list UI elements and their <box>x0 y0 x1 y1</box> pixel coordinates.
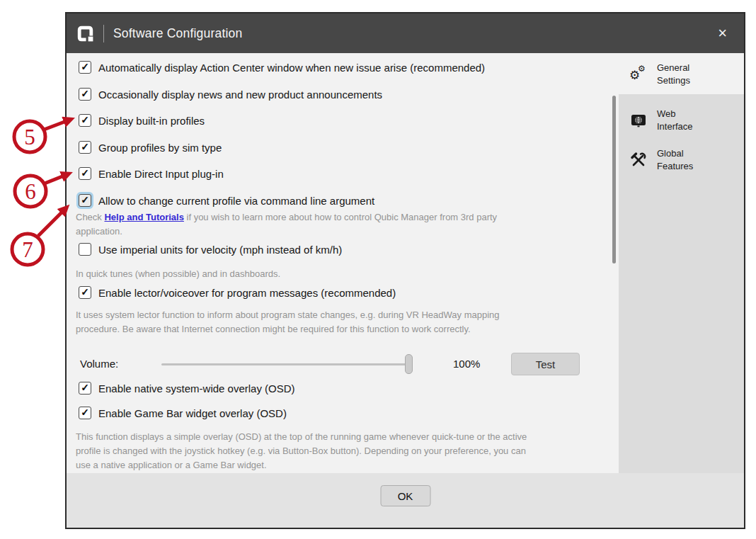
monitor-globe-icon <box>630 112 647 129</box>
option-row: ✓ Display built-in profiles <box>79 113 205 127</box>
sidebar-item-label: Web Interface <box>657 108 702 133</box>
title-separator <box>103 25 104 42</box>
option-label: Automatically display Action Center wind… <box>98 62 485 74</box>
volume-slider[interactable] <box>161 363 411 365</box>
volume-label: Volume: <box>80 358 118 370</box>
window-title: Software Configuration <box>113 26 242 41</box>
option-label: Enable native system-wide overlay (OSD) <box>98 382 295 395</box>
option-row: ✓ Automatically display Action Center wi… <box>79 60 485 74</box>
check-icon: ✓ <box>81 382 89 392</box>
callout-circle-5 <box>14 121 45 152</box>
volume-value: 100% <box>453 358 480 370</box>
callout-arrow-7 <box>38 212 62 236</box>
checkbox-builtin-profiles[interactable]: ✓ <box>79 114 91 127</box>
help-text-overlay: This function displays a simple overlay … <box>76 430 539 472</box>
callout-number-5: 5 <box>24 125 35 149</box>
checkbox-lector[interactable]: ✓ <box>79 286 91 299</box>
checkbox-direct-input[interactable]: ✓ <box>79 167 91 180</box>
callout-number-7: 7 <box>22 237 33 262</box>
settings-sidebar: ⚙⚙ General Settings <box>619 53 744 473</box>
callout-arrow-5 <box>44 122 64 130</box>
software-configuration-dialog: Software Configuration × ✓ Automatically… <box>65 12 745 529</box>
option-label: Display built-in profiles <box>98 115 205 127</box>
option-row: ✓ Allow to change current profile via co… <box>79 193 374 208</box>
checkbox-gamebar-overlay[interactable]: ✓ <box>79 407 91 419</box>
checkbox-imperial-units[interactable] <box>79 243 91 256</box>
checkbox-news[interactable]: ✓ <box>79 88 91 101</box>
dialog-footer: OK <box>67 473 744 528</box>
option-label: Enable Game Bar widget overlay (OSD) <box>98 407 287 419</box>
qubic-logo-icon <box>76 24 95 43</box>
checkbox-group-profiles[interactable]: ✓ <box>79 141 91 154</box>
check-icon: ✓ <box>81 115 89 125</box>
help-text-tutorials: Check Help and Tutorials if you wish to … <box>76 210 539 239</box>
help-and-tutorials-link[interactable]: Help and Tutorials <box>104 212 183 222</box>
help-prefix: Check <box>76 212 104 222</box>
option-label: Allow to change current profile via comm… <box>98 195 374 207</box>
help-text-imperial: In quick tunes (when possible) and in da… <box>76 267 280 281</box>
check-icon: ✓ <box>81 89 89 98</box>
option-row: Use imperial units for velocity (mph ins… <box>79 242 342 256</box>
check-icon: ✓ <box>81 407 89 417</box>
option-row: ✓ Enable Game Bar widget overlay (OSD) <box>79 406 287 420</box>
option-row: ✓ Occasionally display news and new prod… <box>79 87 382 101</box>
option-label: Enable lector/voiceover for program mess… <box>98 287 396 299</box>
checkbox-native-overlay[interactable]: ✓ <box>79 382 91 395</box>
title-bar: Software Configuration × <box>67 13 744 53</box>
callout-circle-7 <box>12 234 43 265</box>
option-label: Group profiles by sim type <box>98 142 222 154</box>
check-icon: ✓ <box>81 168 89 178</box>
option-row: ✓ Enable lector/voiceover for program me… <box>79 285 396 300</box>
check-icon: ✓ <box>81 62 89 72</box>
sidebar-item-web-interface[interactable]: Web Interface <box>619 104 744 137</box>
callout-arrow-6 <box>45 176 62 183</box>
option-label: Use imperial units for velocity (mph ins… <box>98 244 342 256</box>
callout-circle-6 <box>15 176 46 207</box>
option-row: ✓ Enable Direct Input plug-in <box>79 166 224 181</box>
option-label: Occasionally display news and new produc… <box>98 89 382 101</box>
vertical-scrollbar[interactable] <box>612 96 616 263</box>
check-icon: ✓ <box>81 195 89 205</box>
option-row: ✓ Enable native system-wide overlay (OSD… <box>79 381 295 395</box>
check-icon: ✓ <box>81 287 89 297</box>
sidebar-item-label: General Settings <box>657 62 702 87</box>
gears-icon: ⚙⚙ <box>630 66 647 83</box>
crossed-tools-icon <box>630 152 647 169</box>
help-text-lector: It uses system lector function to inform… <box>76 308 539 336</box>
checkbox-command-line[interactable]: ✓ <box>79 194 91 207</box>
callout-number-6: 6 <box>25 179 36 204</box>
close-icon[interactable]: × <box>718 25 727 41</box>
option-label: Enable Direct Input plug-in <box>98 168 224 180</box>
sidebar-item-global-features[interactable]: Global Features <box>619 144 744 176</box>
option-row: ✓ Group profiles by sim type <box>79 140 222 154</box>
sidebar-item-label: Global Features <box>657 147 702 173</box>
volume-slider-thumb[interactable] <box>405 354 413 374</box>
settings-panel: ✓ Automatically display Action Center wi… <box>67 53 619 473</box>
checkbox-action-center[interactable]: ✓ <box>79 61 91 74</box>
ok-button[interactable]: OK <box>380 485 430 506</box>
volume-row: Volume: 100% Test <box>80 353 604 375</box>
screenshot-canvas: Software Configuration × ✓ Automatically… <box>0 0 756 539</box>
check-icon: ✓ <box>81 142 89 152</box>
test-button[interactable]: Test <box>511 353 580 375</box>
sidebar-item-general-settings[interactable]: ⚙⚙ General Settings <box>619 58 744 91</box>
